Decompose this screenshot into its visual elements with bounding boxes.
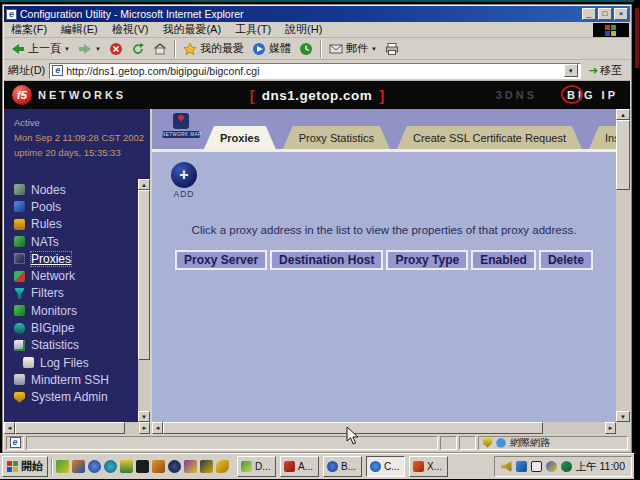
- sidebar-item-proxies[interactable]: Proxies: [14, 250, 134, 267]
- address-input[interactable]: e http://dns1.getop.com/bigipgui/bigconf…: [49, 63, 581, 79]
- tray-app-icon[interactable]: [546, 461, 557, 472]
- forward-dropdown-icon[interactable]: ▼: [95, 46, 101, 52]
- scroll-thumb[interactable]: [616, 120, 630, 190]
- sidebar-vertical-scrollbar[interactable]: [138, 179, 150, 422]
- menu-view[interactable]: 檢視(V): [105, 21, 156, 38]
- menu-favorites[interactable]: 我的最愛(A): [155, 21, 228, 38]
- sidebar-item-network[interactable]: Network: [14, 267, 134, 284]
- sidebar-item-nodes[interactable]: Nodes: [14, 181, 134, 198]
- sidebar-item-filters[interactable]: Filters: [14, 285, 134, 302]
- stop-button[interactable]: [105, 39, 127, 59]
- quicklaunch-icon-1[interactable]: [56, 460, 69, 473]
- internet-globe-icon: [496, 438, 506, 448]
- scroll-thumb[interactable]: [15, 422, 125, 434]
- scroll-down-icon[interactable]: [616, 411, 630, 422]
- status-page-pane: e: [6, 436, 24, 450]
- quicklaunch-icon-8[interactable]: [168, 460, 181, 473]
- maximize-button[interactable]: [598, 8, 612, 20]
- scroll-left-icon[interactable]: [152, 422, 163, 434]
- sidebar-item-statistics[interactable]: Statistics: [14, 337, 134, 354]
- refresh-button[interactable]: [127, 39, 149, 59]
- sidebar-item-pools[interactable]: Pools: [14, 198, 134, 215]
- status-pane: [459, 436, 476, 450]
- mail-dropdown-icon[interactable]: ▼: [371, 46, 377, 52]
- start-button[interactable]: 開始: [2, 456, 48, 477]
- sidebar-item-monitors[interactable]: Monitors: [14, 302, 134, 319]
- task-icon: [413, 461, 424, 472]
- volume-icon[interactable]: [501, 461, 512, 472]
- video-artifact-right: [634, 0, 640, 480]
- quicklaunch-icon-6[interactable]: [136, 460, 149, 473]
- title-bar[interactable]: e Configuration Utility - Microsoft Inte…: [4, 6, 630, 22]
- tab-proxies[interactable]: Proxies: [204, 126, 276, 149]
- task-button-3[interactable]: B...: [323, 456, 362, 477]
- scroll-thumb[interactable]: [138, 190, 150, 360]
- taskbar: 開始 D... A... B... C... X...: [0, 453, 634, 479]
- column-header-proxy-server: Proxy Server: [175, 250, 267, 270]
- menu-edit[interactable]: 編輯(E): [54, 21, 105, 38]
- close-button[interactable]: [614, 8, 628, 20]
- sidebar-item-nats[interactable]: NATs: [14, 233, 134, 250]
- scroll-right-icon[interactable]: [139, 422, 150, 434]
- scroll-left-icon[interactable]: [4, 422, 15, 434]
- quicklaunch-icon-10[interactable]: [200, 460, 213, 473]
- page-icon: e: [52, 65, 63, 76]
- sidebar: Active Mon Sep 2 11:09:28 CST 2002 uptim…: [4, 109, 150, 434]
- quicklaunch-icon-7[interactable]: [152, 460, 165, 473]
- network-map-button[interactable]: NETWORK MAP: [162, 113, 200, 146]
- task-button-4-active[interactable]: C...: [366, 456, 405, 477]
- back-dropdown-icon[interactable]: ▼: [64, 46, 70, 52]
- sidebar-horizontal-scrollbar[interactable]: [4, 422, 150, 434]
- sidebar-item-log-files[interactable]: Log Files: [14, 354, 134, 371]
- log-files-icon: [23, 357, 34, 368]
- minimize-button[interactable]: [582, 8, 596, 20]
- tab-create-ssl-certificate-request[interactable]: Create SSL Certificate Request: [397, 126, 582, 149]
- quicklaunch-icon-3[interactable]: [88, 460, 101, 473]
- tab-proxy-statistics[interactable]: Proxy Statistics: [283, 126, 390, 149]
- network-tray-icon[interactable]: [561, 461, 572, 472]
- display-icon[interactable]: [531, 461, 542, 472]
- column-header-destination-host: Destination Host: [270, 250, 383, 270]
- back-button[interactable]: 上一頁 ▼: [7, 39, 74, 59]
- main-vertical-scrollbar[interactable]: [616, 109, 630, 422]
- add-proxy-button[interactable]: + ADD: [168, 162, 200, 199]
- sidebar-item-bigpipe[interactable]: BIGpipe: [14, 319, 134, 336]
- task-button-5[interactable]: X...: [409, 456, 448, 477]
- task-button-1[interactable]: D...: [237, 456, 276, 477]
- quicklaunch-icon-9[interactable]: [184, 460, 197, 473]
- sidebar-item-rules[interactable]: Rules: [14, 216, 134, 233]
- window-title: Configuration Utility - Microsoft Intern…: [20, 8, 244, 20]
- quicklaunch-icon-5[interactable]: [120, 460, 133, 473]
- address-dropdown-icon[interactable]: ▼: [564, 64, 578, 77]
- toolbar-separator: [320, 40, 322, 58]
- sidebar-item-system-admin[interactable]: System Admin: [14, 389, 134, 406]
- menu-help[interactable]: 說明(H): [278, 21, 329, 38]
- menu-file[interactable]: 檔案(F): [4, 21, 54, 38]
- quicklaunch-icon-2[interactable]: [72, 460, 85, 473]
- tab-install-ssl-certificate[interactable]: Install SSL Certif: [589, 126, 616, 149]
- clock[interactable]: 上午 11:00: [576, 460, 625, 474]
- scroll-up-icon[interactable]: [616, 109, 630, 120]
- task-button-2[interactable]: A...: [280, 456, 319, 477]
- video-artifact-top: [0, 0, 640, 2]
- scroll-down-icon[interactable]: [138, 411, 150, 422]
- menu-tools[interactable]: 工具(T): [228, 21, 278, 38]
- go-button[interactable]: ➔ 移至: [585, 63, 626, 78]
- history-button[interactable]: [295, 39, 317, 59]
- quicklaunch-icon-11[interactable]: [216, 460, 229, 473]
- home-button[interactable]: [149, 39, 171, 59]
- media-button[interactable]: 媒體: [248, 39, 295, 59]
- messenger-icon[interactable]: [516, 461, 527, 472]
- task-buttons: D... A... B... C... X...: [237, 456, 448, 477]
- scroll-up-icon[interactable]: [138, 179, 150, 190]
- favorites-button[interactable]: 我的最愛: [179, 39, 248, 59]
- sidebar-item-mindterm-ssh[interactable]: Mindterm SSH: [14, 371, 134, 388]
- print-button[interactable]: [381, 39, 403, 59]
- mail-button[interactable]: 郵件 ▼: [325, 39, 381, 59]
- quicklaunch-icon-4[interactable]: [104, 460, 117, 473]
- scroll-right-icon[interactable]: [605, 422, 616, 434]
- 3dns-logo: 3DNS: [496, 89, 537, 101]
- main-horizontal-scrollbar[interactable]: [152, 422, 616, 434]
- add-plus-icon[interactable]: +: [171, 162, 197, 188]
- forward-button[interactable]: ▼: [74, 39, 105, 59]
